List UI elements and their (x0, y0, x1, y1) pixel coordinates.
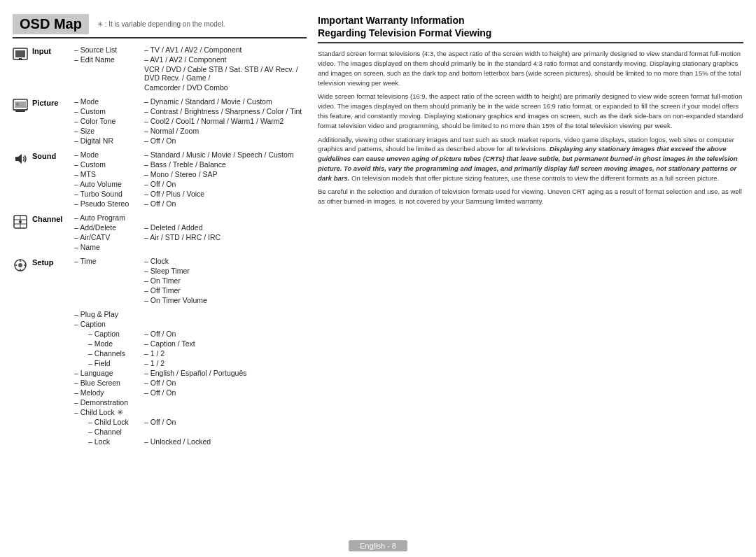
setup-continued: – Plug & Play – Caption – Caption – Off … (74, 310, 307, 446)
picture-icon (13, 98, 28, 113)
childlock-row-channel: – Channel (88, 428, 307, 436)
warranty-bold-italic: Displaying any stationary images that ex… (318, 145, 738, 181)
setup-label: Setup (32, 257, 74, 267)
setup-row-ontimervolume: – On Timer Volume (74, 296, 307, 304)
picture-label: Picture (32, 97, 74, 107)
picture-row-colortone: – Color Tone – Cool2 / Cool1 / Normal / … (74, 117, 307, 125)
setup-row-caption: – Caption (74, 320, 307, 328)
caption-row-field: – Field – 1 / 2 (88, 359, 307, 367)
input-icon (13, 46, 28, 62)
warranty-title: Important Warranty InformationRegarding … (318, 14, 743, 43)
channel-label: Channel (32, 213, 74, 223)
setup-row-demo: – Demonstration (74, 398, 307, 407)
channel-content: – Auto Program – Add/Delete – Deleted / … (74, 213, 307, 253)
picture-section: Picture – Mode – Dynamic / Standard / Mo… (13, 97, 307, 146)
footer: English - 8 (0, 536, 756, 557)
input-row-edit: – Edit Name – AV1 / AV2 / Component (74, 55, 307, 64)
channel-row-name: – Name (74, 243, 307, 251)
picture-content: – Mode – Dynamic / Standard / Movie / Cu… (74, 97, 307, 146)
warranty-para-1: Standard screen format televisions (4:3,… (318, 49, 743, 87)
osd-title: OSD Map (13, 14, 89, 34)
svg-point-14 (19, 220, 22, 223)
setup-row-language: – Language – English / Español / Portugu… (74, 369, 307, 377)
input-content: – Source List – TV / AV1 / AV2 / Compone… (74, 45, 307, 93)
picture-row-size: – Size – Normal / Zoom (74, 127, 307, 135)
sound-content: – Mode – Standard / Music / Movie / Spee… (74, 150, 307, 209)
warranty-para-4: Be careful in the selection and duration… (318, 187, 743, 206)
childlock-row-childlock: – Child Lock – Off / On (88, 418, 307, 426)
osd-map-panel: OSD Map ✳ : It is variable depending on … (13, 14, 307, 536)
channel-section: Channel – Auto Program – Add/Delete – De… (13, 213, 307, 253)
setup-row-melody: – Melody – Off / On (74, 388, 307, 397)
sound-row-autovolume: – Auto Volume – Off / On (74, 180, 307, 188)
input-row-vcr: VCR / DVD / Cable STB / Sat. STB / AV Re… (74, 65, 307, 82)
setup-row-childlock: – Child Lock ✳ (74, 408, 307, 416)
setup-row-sleep: – Sleep Timer (74, 267, 307, 275)
osd-header: OSD Map ✳ : It is variable depending on … (13, 14, 307, 38)
setup-row-plugplay: – Plug & Play (74, 310, 307, 318)
osd-note: ✳ : It is variable depending on the mode… (97, 20, 225, 28)
input-row-source: – Source List – TV / AV1 / AV2 / Compone… (74, 45, 307, 54)
setup-section: Setup – Time – Clock – Sleep Timer – On … (13, 257, 307, 306)
channel-icon (13, 214, 28, 230)
svg-point-16 (18, 263, 22, 267)
channel-row-adddelete: – Add/Delete – Deleted / Added (74, 223, 307, 232)
sound-row-custom: – Custom – Bass / Treble / Balance (74, 160, 307, 169)
childlock-subitems: – Child Lock – Off / On – Channel – Lock… (88, 418, 307, 446)
childlock-row-lock: – Lock – Unlocked / Locked (88, 437, 307, 446)
warranty-para-2: Wide screen format televisions (16:9, th… (318, 92, 743, 130)
input-section: Input – Source List – TV / AV1 / AV2 / C… (13, 45, 307, 93)
input-label: Input (32, 45, 74, 55)
setup-row-offtimer: – Off Timer (74, 286, 307, 295)
warranty-body: Standard screen format televisions (4:3,… (318, 49, 743, 206)
picture-row-dnr: – Digital NR – Off / On (74, 136, 307, 145)
setup-row-bluescreen: – Blue Screen – Off / On (74, 379, 307, 387)
caption-row-mode: – Mode – Caption / Text (88, 339, 307, 348)
caption-subitems: – Caption – Off / On – Mode – Caption / … (88, 330, 307, 367)
sound-row-turbo: – Turbo Sound – Off / Plus / Voice (74, 190, 307, 198)
sound-row-mode: – Mode – Standard / Music / Movie / Spee… (74, 150, 307, 159)
sound-icon (13, 151, 28, 167)
caption-row-caption: – Caption – Off / On (88, 330, 307, 338)
caption-row-channels: – Channels – 1 / 2 (88, 349, 307, 358)
setup-icon (13, 258, 28, 273)
channel-row-aircatv: – Air/CATV – Air / STD / HRC / IRC (74, 233, 307, 241)
setup-row-time: – Time – Clock (74, 257, 307, 265)
warranty-para-3: Additionally, viewing other stationary i… (318, 135, 743, 183)
svg-rect-1 (15, 50, 25, 57)
channel-row-autoprog: – Auto Program (74, 213, 307, 222)
sound-row-pseudo: – Pseudo Stereo – Off / On (74, 199, 307, 208)
picture-row-mode: – Mode – Dynamic / Standard / Movie / Cu… (74, 97, 307, 106)
picture-row-custom: – Custom – Contrast / Brightness / Sharp… (74, 107, 307, 115)
input-row-cam: Camcorder / DVD Combo (74, 83, 307, 92)
sound-row-mts: – MTS – Mono / Stereo / SAP (74, 170, 307, 178)
warranty-panel: Important Warranty InformationRegarding … (318, 14, 743, 536)
footer-badge: English - 8 (349, 540, 407, 551)
svg-rect-6 (15, 111, 25, 112)
svg-marker-9 (15, 154, 22, 164)
svg-rect-3 (18, 59, 23, 60)
sound-section: Sound – Mode – Standard / Music / Movie … (13, 150, 307, 209)
sound-label: Sound (32, 150, 74, 160)
setup-row-ontimer: – On Timer (74, 276, 307, 285)
svg-rect-2 (19, 58, 22, 59)
setup-content: – Time – Clock – Sleep Timer – On Timer … (74, 257, 307, 306)
